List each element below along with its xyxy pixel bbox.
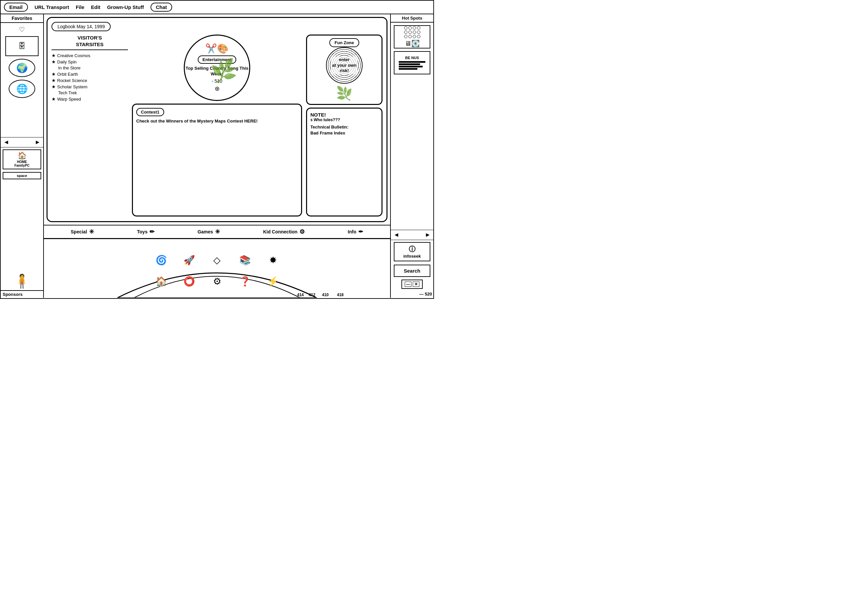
file-menu[interactable]: File bbox=[76, 4, 84, 10]
info-icon: ✒ bbox=[358, 228, 363, 235]
arc-icon-gear[interactable]: ⚙ bbox=[204, 276, 230, 287]
globe-icon-1[interactable]: 🌍 bbox=[9, 59, 35, 77]
arc-icon-house[interactable]: 🏠 bbox=[148, 276, 174, 287]
sponsors-label: Sponsors bbox=[1, 290, 43, 298]
home-button[interactable]: 🏠 HOMEFamilyPC bbox=[3, 150, 41, 169]
label-410: 410 bbox=[322, 293, 329, 297]
edit-menu[interactable]: Edit bbox=[91, 4, 100, 10]
right-nav-left[interactable]: ◄ bbox=[393, 232, 399, 238]
sidebar-nav-left[interactable]: ◄ bbox=[3, 139, 9, 146]
grownup-menu[interactable]: Grown-Up Stuff bbox=[107, 4, 144, 10]
hot-spots-label: Hot Spots bbox=[391, 14, 433, 22]
label-414: 414 bbox=[297, 293, 304, 297]
nav-info[interactable]: Info ✒ bbox=[348, 228, 364, 235]
home-icon: 🏠 bbox=[4, 151, 39, 160]
right-box-icons: 🖥💽 bbox=[405, 39, 420, 48]
starsites-panel: VISITOR'SSTARSITES ★ Creative Cosmos ★ D… bbox=[51, 34, 128, 217]
starsite-scholar-system[interactable]: ★ Scholar System bbox=[51, 84, 128, 89]
starsite-tech-trek[interactable]: Tech Trek bbox=[51, 90, 128, 95]
search-box[interactable]: Search bbox=[394, 265, 430, 277]
space-label[interactable]: space bbox=[3, 172, 41, 179]
character-icon: 🧍 bbox=[13, 273, 30, 289]
arc-icon-question[interactable]: ❓ bbox=[232, 276, 258, 287]
arc-icon-ring[interactable]: ⭕ bbox=[176, 276, 202, 287]
minimize-button[interactable]: — bbox=[405, 281, 411, 287]
funzone-label[interactable]: Fun Zone bbox=[329, 38, 360, 47]
plant-decoration-right: 🌿 bbox=[336, 86, 352, 101]
character-area: 🧍 bbox=[1, 180, 43, 290]
logbook-label: Logbook May 14, 1999 bbox=[51, 22, 111, 31]
starsite-warp-speed[interactable]: ★ Warp Speed bbox=[51, 96, 128, 102]
infoseek-box[interactable]: ⓘ infoseek bbox=[394, 242, 430, 261]
search-label: Search bbox=[404, 268, 420, 274]
email-button[interactable]: Email bbox=[4, 3, 28, 12]
starsite-daily-spin[interactable]: ★ Daily Spin bbox=[51, 59, 128, 64]
dots-grid bbox=[404, 26, 420, 38]
arc-icon-rocket[interactable]: 🚀 bbox=[176, 255, 202, 266]
kid-connection-icon: ⚙ bbox=[300, 228, 305, 235]
entertainment-art-icon: ✂️🎨 bbox=[205, 43, 229, 54]
label-418: 418 bbox=[337, 293, 343, 297]
close-button[interactable]: ✕ bbox=[413, 281, 420, 287]
arc-icon-book[interactable]: 📚 bbox=[232, 255, 258, 266]
benus-box[interactable]: BE NUS bbox=[394, 51, 430, 75]
star-icon: ★ bbox=[51, 84, 56, 89]
arc-icon-burst[interactable]: ✸ bbox=[259, 255, 286, 266]
infoseek-icon: ⓘ bbox=[396, 245, 428, 254]
starsite-orbit-earth[interactable]: ★ Orbit Earth bbox=[51, 72, 128, 77]
sidebar-icons: ♡ 🗄 🌍 🌐 bbox=[1, 23, 43, 137]
benus-label: BE NUS bbox=[405, 56, 419, 60]
tech-box: NOTE! s Who tules??? Technical Bulletin:… bbox=[306, 108, 382, 217]
chat-button[interactable]: Chat bbox=[150, 3, 172, 12]
globe-icon-2[interactable]: 🌐 bbox=[9, 80, 35, 98]
bottom-nav: Special ✳ Toys ✏ Games ✳ Kid Connection … bbox=[44, 225, 390, 238]
sidebar-nav-right[interactable]: ► bbox=[34, 139, 40, 146]
starsites-title: VISITOR'SSTARSITES bbox=[51, 34, 128, 48]
starsite-rocket-science[interactable]: ★ Rocket Science bbox=[51, 78, 128, 83]
arc-icon-windmill[interactable]: 🌀 bbox=[148, 255, 174, 266]
arc-icon-diamond[interactable]: ◇ bbox=[204, 255, 230, 266]
file-cabinet-icon[interactable]: 🗄 bbox=[5, 36, 39, 56]
right-box-dots[interactable]: 🖥💽 bbox=[394, 25, 430, 48]
contest-text: Check out the Winners of the Mystery Map… bbox=[136, 118, 298, 124]
left-sidebar: Favorites ♡ 🗄 🌍 🌐 ◄ ► 🏠 HOMEFamilyPC spa… bbox=[1, 14, 44, 298]
right-sidebar: Hot Spots 🖥💽 BE NUS bbox=[390, 14, 433, 298]
entertainment-area: ✂️🎨 Entertainment Top Selling Country So… bbox=[132, 34, 302, 101]
funzone-box: Fun Zone enterat your ownrisk! 🌿 bbox=[306, 34, 382, 105]
contest-label[interactable]: Contest1 bbox=[136, 108, 164, 116]
right-col: Fun Zone enterat your ownrisk! 🌿 NOTE! s bbox=[306, 34, 382, 217]
starsite-creative-cosmos[interactable]: ★ Creative Cosmos bbox=[51, 53, 128, 58]
star-icon: ★ bbox=[51, 72, 56, 77]
spiral-risk-text: enterat your ownrisk! bbox=[331, 57, 358, 75]
starsites-divider bbox=[51, 49, 128, 50]
games-icon: ✳ bbox=[215, 228, 220, 235]
star-icon: ★ bbox=[51, 78, 56, 83]
main-layout: Favorites ♡ 🗄 🌍 🌐 ◄ ► 🏠 HOMEFamilyPC spa… bbox=[1, 14, 433, 298]
heart-icon[interactable]: ♡ bbox=[19, 25, 25, 34]
toys-icon: ✏ bbox=[150, 228, 154, 235]
starsite-in-the-store[interactable]: In the Store bbox=[51, 66, 128, 70]
content-area: Logbook May 14, 1999 VISITOR'SSTARSITES … bbox=[46, 17, 387, 222]
middle-col: ✂️🎨 Entertainment Top Selling Country So… bbox=[132, 34, 302, 217]
note-sub-text: s Who tules??? bbox=[310, 118, 340, 122]
special-label: Special bbox=[71, 229, 87, 235]
nav-toys[interactable]: Toys ✏ bbox=[137, 228, 154, 235]
kid-connection-label: Kid Connection bbox=[263, 229, 297, 235]
label-412: 412 bbox=[309, 293, 315, 297]
right-nav-right[interactable]: ► bbox=[425, 232, 431, 238]
nav-kid-connection[interactable]: Kid Connection ⚙ bbox=[263, 228, 305, 235]
window-controls: — ✕ bbox=[402, 280, 423, 289]
star-icon: ★ bbox=[51, 53, 56, 58]
nav-games[interactable]: Games ✳ bbox=[197, 228, 220, 235]
ent-sub-icon: ⊛ bbox=[215, 85, 220, 92]
arc-icon-zigzag[interactable]: ⚡ bbox=[259, 276, 286, 287]
home-label: HOMEFamilyPC bbox=[4, 160, 39, 167]
nav-special[interactable]: Special ✳ bbox=[71, 228, 94, 235]
spiral-circle[interactable]: enterat your ownrisk! bbox=[326, 47, 363, 84]
star-icon: ★ bbox=[51, 96, 56, 102]
content-columns: VISITOR'SSTARSITES ★ Creative Cosmos ★ D… bbox=[51, 34, 382, 217]
benus-bars bbox=[399, 61, 425, 70]
contest-box[interactable]: Contest1 Check out the Winners of the My… bbox=[132, 103, 302, 217]
toys-label: Toys bbox=[137, 229, 148, 235]
url-transport-menu[interactable]: URL Transport bbox=[34, 4, 69, 10]
